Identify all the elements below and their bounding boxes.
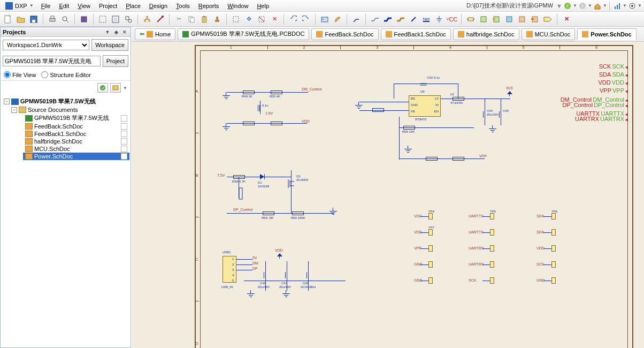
redo-button[interactable]	[300, 13, 312, 25]
hierarchy-button[interactable]	[141, 13, 153, 25]
tree-doc-feedback[interactable]: FeedBack.SchDoc	[23, 123, 129, 130]
testpoint[interactable]	[490, 261, 494, 268]
place-device-sheet-button[interactable]	[503, 13, 515, 25]
project-field[interactable]	[3, 56, 101, 66]
testpoint[interactable]	[551, 261, 556, 268]
resistor[interactable]	[243, 90, 255, 94]
undo-button[interactable]	[287, 13, 299, 25]
capacitor[interactable]	[258, 105, 258, 111]
refresh-diff-icon[interactable]	[97, 83, 108, 93]
annotate-button[interactable]	[332, 13, 343, 25]
tree-doc-mcu[interactable]: MCU.SchDoc	[23, 145, 129, 153]
place-power-button[interactable]: VCC	[446, 13, 458, 25]
resistor[interactable]	[292, 211, 304, 215]
move-button[interactable]: ✥	[243, 13, 255, 25]
wire[interactable]	[244, 281, 346, 281]
cut-button[interactable]: ✂	[173, 13, 185, 25]
workspace-button[interactable]: Workspace	[91, 39, 128, 51]
place-wire-button[interactable]	[350, 13, 362, 25]
wire[interactable]	[482, 281, 490, 281]
wire[interactable]	[359, 102, 409, 102]
testpoint[interactable]	[490, 213, 494, 220]
resistor[interactable]	[403, 126, 415, 130]
testpoint[interactable]	[428, 277, 433, 284]
wire[interactable]	[543, 281, 551, 281]
testpoint[interactable]	[490, 229, 494, 236]
testpoint[interactable]	[490, 245, 494, 252]
resistor[interactable]	[233, 175, 245, 179]
tab-feedback1[interactable]: FeedBack1.SchDoc	[381, 28, 451, 40]
project-tree[interactable]: − GPMW5019B 苹果7.5W无线 − Source Documents …	[1, 95, 131, 336]
resistor[interactable]	[271, 122, 282, 125]
testpoint[interactable]	[551, 229, 556, 236]
wire[interactable]	[543, 248, 551, 249]
wire[interactable]	[482, 248, 490, 249]
usb-connector[interactable]	[223, 256, 236, 283]
wire[interactable]	[420, 232, 428, 233]
clear-filter-button[interactable]: ✕	[269, 13, 280, 25]
select-rect-button[interactable]	[230, 13, 242, 25]
testpoint[interactable]	[428, 213, 433, 220]
tab-feedback[interactable]: FeedBack.SchDoc	[311, 28, 378, 40]
place-part-button[interactable]	[465, 13, 477, 25]
chart-icon[interactable]	[613, 2, 622, 10]
structure-editor-radio[interactable]: Structure Editor	[41, 71, 90, 78]
wire[interactable]	[260, 101, 260, 114]
project-options-icon[interactable]	[110, 83, 121, 93]
wire[interactable]	[399, 117, 400, 160]
wire[interactable]	[482, 264, 490, 265]
tree-doc-halfbridge[interactable]: halfbridge.SchDoc	[23, 138, 129, 145]
app-brand[interactable]: DXP ▼	[2, 2, 37, 10]
sheet-port[interactable]: SCKSCK	[599, 63, 628, 70]
wire[interactable]	[420, 216, 428, 217]
tree-doc-power[interactable]: Power.SchDoc	[23, 153, 129, 160]
rubber-stamp-button[interactable]	[211, 13, 223, 25]
gnd-symbol[interactable]	[489, 128, 496, 134]
wire[interactable]	[543, 232, 551, 233]
sheet-port[interactable]: SDASDA	[599, 71, 628, 78]
place-bus-button[interactable]	[382, 13, 394, 25]
menu-edit[interactable]: Edit	[55, 2, 73, 10]
compile-button[interactable]	[78, 13, 90, 25]
wire[interactable]	[236, 270, 252, 270]
cross-probe-button[interactable]	[154, 13, 166, 25]
wire[interactable]	[227, 213, 334, 214]
deselect-button[interactable]	[256, 13, 267, 25]
place-harness-conn-button[interactable]	[516, 13, 528, 25]
nav-home-icon[interactable]	[593, 2, 602, 10]
place-signal-harness-button[interactable]	[395, 13, 407, 25]
tree-doc-pcb[interactable]: GPMW5019B 苹果7.5W无线	[23, 114, 129, 123]
place-noerc-button[interactable]: ✕	[561, 13, 572, 25]
capacitor[interactable]	[264, 272, 264, 278]
place-harness-entry-button[interactable]	[529, 13, 541, 25]
power-symbol[interactable]	[277, 253, 282, 259]
menu-window[interactable]: Window	[223, 2, 252, 10]
wire[interactable]	[227, 123, 307, 124]
schematic-editor[interactable]: 123456 ABCD R49 1K R50 4K DM_Control VDD…	[132, 42, 644, 348]
testpoint[interactable]	[551, 277, 556, 284]
wire[interactable]	[394, 84, 394, 99]
panel-menu-icon[interactable]: ▼	[104, 28, 111, 36]
open-file-button[interactable]	[15, 13, 27, 25]
gnd-symbol[interactable]	[223, 126, 230, 132]
zoom-fit-button[interactable]	[110, 13, 121, 25]
capacitor[interactable]	[306, 272, 307, 278]
gear-icon[interactable]	[628, 2, 637, 10]
menu-reports[interactable]: Reports	[194, 2, 224, 10]
project-button[interactable]: Project	[103, 55, 128, 67]
menu-view[interactable]: View	[73, 2, 95, 10]
preview-button[interactable]	[59, 13, 71, 25]
wire[interactable]	[420, 281, 428, 281]
tree-source-folder[interactable]: − Source Documents	[9, 106, 129, 114]
testpoint[interactable]	[490, 277, 494, 284]
tree-doc-feedback1[interactable]: FeedBack1.SchDoc	[23, 130, 129, 138]
power-symbol[interactable]	[507, 91, 512, 96]
capacitor[interactable]	[499, 111, 500, 118]
place-bus-entry-button[interactable]	[408, 13, 419, 25]
testpoint[interactable]	[551, 245, 556, 252]
zoom-area-button[interactable]	[97, 13, 109, 25]
browse-button[interactable]	[319, 13, 331, 25]
sheet-port[interactable]: DP_ControlDP_Control	[562, 102, 628, 108]
place-netlabel-button[interactable]: Net	[420, 13, 432, 25]
new-file-button[interactable]	[2, 13, 14, 25]
